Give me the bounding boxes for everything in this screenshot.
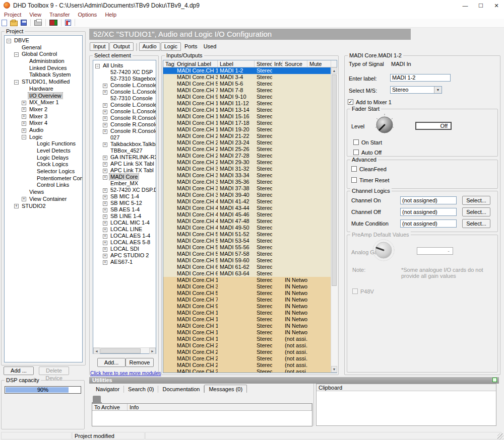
table-row[interactable]: MADI Core.CH 13/14StereoIN Netwo… xyxy=(163,316,331,323)
table-row[interactable]: MADI Core.CH 23/24MADI 23-24Stereo xyxy=(163,139,331,146)
tree-item-mixer-2[interactable]: +Mixer 2 xyxy=(5,106,82,113)
tree-item-dbve[interactable]: −DBVE xyxy=(5,37,82,44)
column-header-mute[interactable]: Mute xyxy=(307,60,331,67)
expand-icon[interactable]: + xyxy=(103,214,107,219)
expand-icon[interactable]: + xyxy=(103,129,107,134)
table-row[interactable]: MADI Core.CH 29/30MADI 29-30Stereo xyxy=(163,159,331,166)
tree-item-apc-link-tx-tabl[interactable]: +APC Link TX Tabl xyxy=(93,167,156,174)
expand-icon[interactable]: + xyxy=(22,101,26,105)
expand-icon[interactable]: + xyxy=(103,188,107,193)
tree-item-52-7310-console[interactable]: 52-7310 Console xyxy=(93,95,156,102)
tree-item-administration[interactable]: Administration xyxy=(5,58,82,65)
tree-item-52-7420-xc-dsp[interactable]: 52-7420 XC DSP xyxy=(93,69,156,76)
tab-input[interactable]: Input xyxy=(90,42,109,51)
resize-grip[interactable] xyxy=(497,433,503,439)
tree-item-logic-delays[interactable]: Logic Delays xyxy=(5,155,82,162)
on-start-checkbox[interactable] xyxy=(353,139,359,145)
table-row[interactable]: MADI Core.CH 27/28MADI 27-28Stereo xyxy=(163,153,331,159)
expand-icon[interactable]: + xyxy=(103,156,107,160)
expand-icon[interactable]: + xyxy=(103,254,107,258)
auto-off-checkbox[interactable] xyxy=(353,150,359,155)
expand-icon[interactable]: + xyxy=(103,195,107,199)
table-row[interactable]: MADI Core.CH 9/10MADI 9-10Stereo xyxy=(163,94,331,100)
table-row[interactable]: MADI Core.CH 57/58MADI 57-58Stereo xyxy=(163,251,331,257)
column-header-tag[interactable]: Tag xyxy=(163,60,175,67)
table-row[interactable]: MADI Core.CH 21/22Stereo(not assi… xyxy=(163,342,331,349)
tree-item-mixer-4[interactable]: +Mixer 4 xyxy=(5,120,82,127)
tree-item-local-line[interactable]: +LOCAL LINE xyxy=(93,226,156,233)
tree-item-sb-mic-1-4[interactable]: +SB MIC 1-4 xyxy=(93,193,156,200)
tree-item-selector-logics[interactable]: Selector Logics xyxy=(5,168,82,175)
tree-item-sb-line-1-4[interactable]: +SB LINE 1-4 xyxy=(93,213,156,219)
table-row[interactable]: MADI Core.CH 9/10StereoIN Netwo… xyxy=(163,303,331,310)
tree-item-aes67-1[interactable]: +AES67-1 xyxy=(93,259,156,265)
menu-item-project[interactable]: Project xyxy=(0,11,25,18)
collapse-icon[interactable]: − xyxy=(14,80,19,85)
table-row[interactable]: MADI Core.CH 5/6MADI 5-6Stereo xyxy=(163,81,331,87)
expand-icon[interactable]: + xyxy=(103,169,107,173)
tree-item-linked-devices[interactable]: Linked Devices xyxy=(5,65,82,72)
tree-item-52-7310-stagebox[interactable]: 52-7310 Stagebox xyxy=(93,76,156,82)
tree-item-ember-mx[interactable]: Ember_MX xyxy=(93,180,156,187)
table-row[interactable]: MADI Core.CH 1/2MADI 1-2Stereo xyxy=(163,67,331,74)
table-row[interactable]: MADI Core.CH 11/12StereoIN Netwo… xyxy=(163,310,331,316)
expand-icon[interactable]: + xyxy=(103,162,107,167)
table-row[interactable]: MADI Core.CH 45/46MADI 45-46Stereo xyxy=(163,211,331,218)
tree-item-mx-mixer-1[interactable]: +MX_Mixer 1 xyxy=(5,99,82,106)
collapse-icon[interactable]: − xyxy=(95,64,100,68)
tree-item-studio1-modified[interactable]: −STUDIO1, Modified xyxy=(5,79,82,86)
collapse-icon[interactable]: − xyxy=(7,39,11,43)
tree-item-local-mic-1-4[interactable]: +LOCAL MIC 1-4 xyxy=(93,219,156,226)
table-row[interactable]: MADI Core.CH 29/30Stereo(not assi… xyxy=(163,369,331,373)
table-row[interactable]: MADI Core.CH 23/24Stereo(not assi… xyxy=(163,349,331,355)
io-table-vscrollbar[interactable]: ▲ ▼ xyxy=(331,67,337,373)
tree-item-console-r-console-r-c1[interactable]: +Console R.Console R C1 xyxy=(93,115,156,121)
channel-on-select-button[interactable]: Select... xyxy=(462,196,490,205)
transfer-icon[interactable] xyxy=(49,20,57,26)
expand-icon[interactable]: + xyxy=(103,208,107,212)
table-row[interactable]: MADI Core.CH 53/54MADI 53-54Stereo xyxy=(163,238,331,244)
tab-output[interactable]: Output xyxy=(109,42,133,51)
archive-column-to-archive[interactable]: To Archive xyxy=(92,404,128,410)
table-row[interactable]: MADI Core.CH 41/42MADI 41-42Stereo xyxy=(163,198,331,205)
scroll-thumb[interactable] xyxy=(100,348,141,353)
scroll-right-icon[interactable]: ► xyxy=(149,348,156,354)
close-icon[interactable]: ✕ xyxy=(489,0,504,11)
tree-item-sb-aes-1-4[interactable]: +SB AES 1-4 xyxy=(93,206,156,213)
tree-item-all-units[interactable]: −All Units xyxy=(93,62,156,69)
expand-icon[interactable]: + xyxy=(22,197,26,201)
menu-item-view[interactable]: View xyxy=(25,11,45,18)
table-row[interactable]: MADI Core.CH 7/8MADI 7-8Stereo xyxy=(163,87,331,94)
module-remove-button[interactable]: Remove xyxy=(125,358,154,367)
tree-item-logic[interactable]: −Logic xyxy=(5,134,82,141)
expand-icon[interactable]: + xyxy=(103,84,107,88)
table-row[interactable]: MADI Core.CH 17/18MADI 17-18Stereo xyxy=(163,120,331,126)
table-row[interactable]: MADI Core.CH 59/60MADI 59-60Stereo xyxy=(163,257,331,264)
utilities-tab-messages-0[interactable]: Messages (0) xyxy=(204,385,247,393)
menu-item-help[interactable]: Help xyxy=(101,11,120,18)
tree-item-logic-functions[interactable]: Logic Functions xyxy=(5,140,82,148)
expand-icon[interactable]: + xyxy=(103,103,107,108)
column-header-label[interactable]: Label xyxy=(218,60,255,67)
expand-icon[interactable]: + xyxy=(22,107,26,112)
tree-item-views[interactable]: Views xyxy=(5,189,82,196)
tree-item-talkbackbox-talkbackbox[interactable]: +Talkbackbox.TalkbackBox xyxy=(93,141,156,148)
menu-item-transfer[interactable]: Transfer xyxy=(45,11,74,18)
tree-item-general[interactable]: General xyxy=(5,44,82,51)
delete-device-button[interactable]: Delete Device xyxy=(39,366,69,375)
table-row[interactable]: MADI Core.CH 3/4MADI 3-4Stereo xyxy=(163,74,331,81)
table-row[interactable]: MADI Core.CH 19/20MADI 19-20Stereo xyxy=(163,126,331,133)
table-row[interactable]: MADI Core.CH 15/16MADI 15-16Stereo xyxy=(163,113,331,120)
expand-icon[interactable]: + xyxy=(22,114,26,119)
tree-item-local-aes-5-8[interactable]: +LOCAL AES 5-8 xyxy=(93,239,156,246)
channel-off-select-button[interactable]: Select... xyxy=(462,207,490,216)
scroll-thumb[interactable] xyxy=(332,75,337,286)
table-row[interactable]: MADI Core.CH 13/14MADI 13-14Stereo xyxy=(163,107,331,113)
tree-item-level-detects[interactable]: Level Detects xyxy=(5,148,82,155)
column-header-info[interactable]: Info xyxy=(272,60,283,67)
table-row[interactable]: MADI Core.CH 55/56MADI 55-56Stereo xyxy=(163,244,331,251)
save-icon[interactable] xyxy=(21,20,27,26)
select-tree-hscrollbar[interactable]: ◄ ► xyxy=(93,347,156,353)
new-file-icon[interactable] xyxy=(2,20,7,26)
tree-item-global-control[interactable]: −Global Control xyxy=(5,51,82,58)
